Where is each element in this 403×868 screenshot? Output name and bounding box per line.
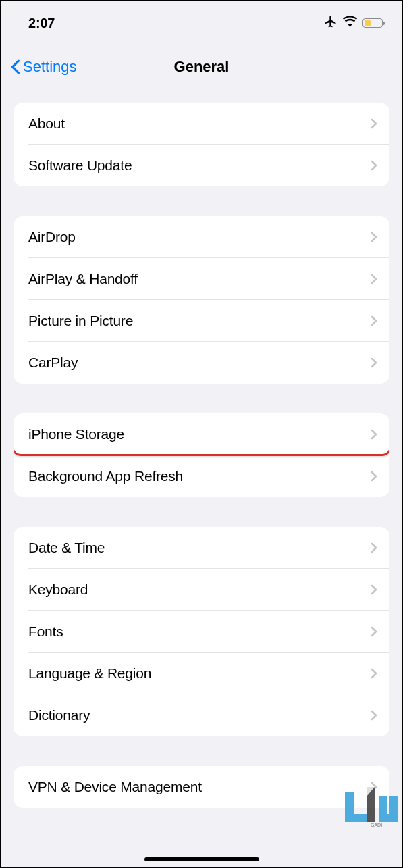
wifi-icon bbox=[343, 16, 357, 30]
battery-icon bbox=[362, 18, 383, 28]
row-software-update[interactable]: Software Update bbox=[14, 145, 389, 186]
watermark-icon: GADI bbox=[345, 787, 398, 830]
row-label: Software Update bbox=[28, 157, 132, 174]
battery-fill bbox=[365, 20, 371, 26]
settings-group: About Software Update bbox=[14, 103, 389, 186]
row-label: Language & Region bbox=[28, 665, 151, 682]
status-icons bbox=[324, 15, 383, 31]
content: About Software Update AirDrop AirPlay & … bbox=[1, 84, 402, 808]
chevron-left-icon bbox=[11, 59, 20, 74]
chevron-right-icon bbox=[371, 584, 377, 595]
row-picture-in-picture[interactable]: Picture in Picture bbox=[14, 300, 389, 342]
chevron-right-icon bbox=[371, 668, 377, 679]
settings-group: Date & Time Keyboard Fonts Language & Re… bbox=[14, 527, 389, 736]
settings-group: iPhone Storage Background App Refresh bbox=[14, 413, 389, 497]
chevron-right-icon bbox=[371, 315, 377, 326]
row-label: About bbox=[28, 116, 65, 132]
row-label: Background App Refresh bbox=[28, 468, 183, 484]
row-label: Fonts bbox=[28, 623, 63, 640]
row-keyboard[interactable]: Keyboard bbox=[14, 569, 389, 611]
status-time: 2:07 bbox=[28, 16, 55, 31]
airplane-icon bbox=[324, 15, 338, 31]
row-carplay[interactable]: CarPlay bbox=[14, 342, 389, 384]
home-indicator[interactable] bbox=[144, 857, 259, 861]
back-label: Settings bbox=[23, 58, 77, 76]
row-label: Keyboard bbox=[28, 582, 88, 598]
settings-group: AirDrop AirPlay & Handoff Picture in Pic… bbox=[14, 216, 389, 384]
svg-rect-6 bbox=[389, 796, 398, 822]
row-label: iPhone Storage bbox=[28, 426, 124, 442]
navigation-bar: Settings General bbox=[1, 39, 402, 84]
chevron-right-icon bbox=[371, 357, 377, 368]
row-label: Dictionary bbox=[28, 707, 90, 723]
chevron-right-icon bbox=[371, 471, 377, 482]
chevron-right-icon bbox=[371, 160, 377, 171]
chevron-right-icon bbox=[371, 710, 377, 721]
row-label: AirPlay & Handoff bbox=[28, 271, 138, 287]
row-label: AirDrop bbox=[28, 229, 76, 245]
row-airdrop[interactable]: AirDrop bbox=[14, 216, 389, 258]
row-airplay-handoff[interactable]: AirPlay & Handoff bbox=[14, 258, 389, 300]
row-date-time[interactable]: Date & Time bbox=[14, 527, 389, 569]
row-label: Date & Time bbox=[28, 540, 105, 556]
svg-text:GADI: GADI bbox=[371, 823, 382, 827]
chevron-right-icon bbox=[371, 429, 377, 440]
row-fonts[interactable]: Fonts bbox=[14, 611, 389, 653]
row-iphone-storage[interactable]: iPhone Storage bbox=[14, 413, 389, 455]
row-label: VPN & Device Management bbox=[28, 779, 202, 795]
chevron-right-icon bbox=[371, 232, 377, 242]
row-label: CarPlay bbox=[28, 355, 78, 371]
row-dictionary[interactable]: Dictionary bbox=[14, 694, 389, 736]
chevron-right-icon bbox=[371, 274, 377, 284]
page-title: General bbox=[174, 58, 230, 76]
chevron-right-icon bbox=[371, 626, 377, 637]
row-background-app-refresh[interactable]: Background App Refresh bbox=[14, 455, 389, 497]
row-language-region[interactable]: Language & Region bbox=[14, 653, 389, 694]
row-vpn-device-management[interactable]: VPN & Device Management bbox=[14, 766, 389, 808]
chevron-right-icon bbox=[371, 542, 377, 553]
row-about[interactable]: About bbox=[14, 103, 389, 145]
row-label: Picture in Picture bbox=[28, 313, 133, 329]
chevron-right-icon bbox=[371, 118, 377, 129]
back-button[interactable]: Settings bbox=[11, 58, 77, 76]
status-bar: 2:07 bbox=[1, 1, 402, 39]
settings-group: VPN & Device Management bbox=[14, 766, 389, 808]
